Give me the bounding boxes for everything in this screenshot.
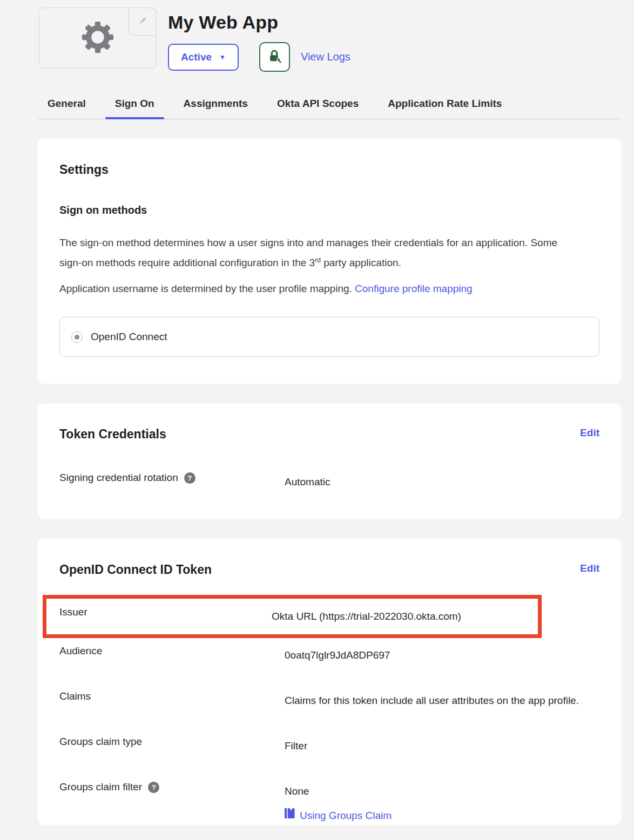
status-label: Active [181, 51, 212, 63]
edit-logo-button[interactable] [129, 8, 157, 36]
id-token-header: OpenID Connect ID Token Edit [59, 563, 599, 577]
row-label: Groups claim type [59, 736, 285, 748]
question-mark-icon[interactable]: ? [148, 782, 159, 793]
using-groups-claim-link[interactable]: Using Groups Claim [285, 805, 392, 825]
issuer-annotation-highlight: Issuer Okta URL (https://trial-2022030.o… [43, 595, 542, 638]
row-value: 0oatq7lglr9JdA8DP697 [285, 645, 390, 666]
header-main: My Web App Active ▼ V [168, 8, 350, 72]
token-credentials-card: Token Credentials Edit Signing credentia… [38, 403, 621, 519]
row-value: Claims for this token include all user a… [285, 690, 579, 711]
signing-credential-rotation-row: Signing credential rotation ? Automatic [59, 472, 599, 492]
row-value: Okta URL (https://trial-2022030.okta.com… [272, 606, 461, 627]
token-credentials-title: Token Credentials [59, 427, 166, 442]
issuer-row: Issuer Okta URL (https://trial-2022030.o… [59, 606, 538, 627]
app-logo-box [39, 8, 157, 69]
radio-selected-icon[interactable] [71, 331, 83, 343]
settings-card-title: Settings [59, 162, 599, 177]
sign-on-methods-heading: Sign on methods [59, 204, 599, 216]
page-title: My Web App [168, 12, 350, 33]
row-value: None Using Groups Claim [285, 781, 392, 825]
sign-on-methods-description: The sign-on method determines how a user… [59, 234, 578, 272]
gear-icon [82, 21, 114, 56]
superscript-rd: rd [315, 256, 321, 264]
tab-general[interactable]: General [38, 98, 96, 119]
tab-application-rate-limits[interactable]: Application Rate Limits [378, 98, 511, 119]
row-label: Groups claim filter ? [59, 781, 285, 793]
claims-row: Claims Claims for this token include all… [59, 690, 599, 711]
token-credentials-rows: Signing credential rotation ? Automatic [59, 472, 599, 492]
row-label: Signing credential rotation ? [59, 472, 285, 484]
radio-dot [75, 335, 79, 340]
tab-sign-on[interactable]: Sign On [105, 98, 164, 119]
row-label: Issuer [59, 606, 272, 618]
row-label: Audience [59, 645, 285, 657]
sign-on-method-label: OpenID Connect [91, 331, 167, 343]
book-icon [285, 805, 295, 825]
id-token-title: OpenID Connect ID Token [59, 563, 212, 577]
chevron-down-icon: ▼ [219, 53, 226, 61]
question-mark-icon[interactable]: ? [184, 472, 195, 484]
row-value: Automatic [285, 472, 330, 492]
tab-bar: General Sign On Assignments Okta API Sco… [38, 98, 621, 119]
id-token-rows: Audience 0oatq7lglr9JdA8DP697 Claims Cla… [59, 645, 599, 825]
configure-profile-mapping-link[interactable]: Configure profile mapping [355, 283, 473, 294]
sign-on-policy-button[interactable] [259, 42, 290, 72]
groups-claim-filter-value: None [285, 781, 392, 802]
tab-okta-api-scopes[interactable]: Okta API Scopes [267, 98, 368, 119]
settings-card: Settings Sign on methods The sign-on met… [38, 139, 621, 384]
token-credentials-header: Token Credentials Edit [59, 427, 599, 442]
tab-assignments[interactable]: Assignments [174, 98, 258, 119]
app-page: My Web App Active ▼ V [0, 8, 634, 825]
audience-row: Audience 0oatq7lglr9JdA8DP697 [59, 645, 599, 666]
lock-key-icon [267, 49, 282, 65]
row-value: Filter [285, 736, 307, 756]
sign-on-method-option[interactable]: OpenID Connect [59, 317, 599, 357]
row-label: Claims [59, 690, 285, 702]
groups-claim-type-row: Groups claim type Filter [59, 736, 599, 756]
edit-id-token-link[interactable]: Edit [580, 563, 599, 574]
pencil-icon [137, 15, 148, 28]
id-token-card: OpenID Connect ID Token Edit Issuer Okta… [38, 539, 621, 825]
status-dropdown[interactable]: Active ▼ [168, 44, 239, 71]
groups-claim-filter-row: Groups claim filter ? None Using [59, 781, 599, 825]
view-logs-link[interactable]: View Logs [301, 51, 350, 63]
edit-token-credentials-link[interactable]: Edit [580, 427, 599, 439]
header-actions: Active ▼ View Logs [168, 42, 350, 72]
username-mapping-description: Application username is determined by th… [59, 280, 578, 297]
app-header: My Web App Active ▼ V [39, 8, 621, 72]
